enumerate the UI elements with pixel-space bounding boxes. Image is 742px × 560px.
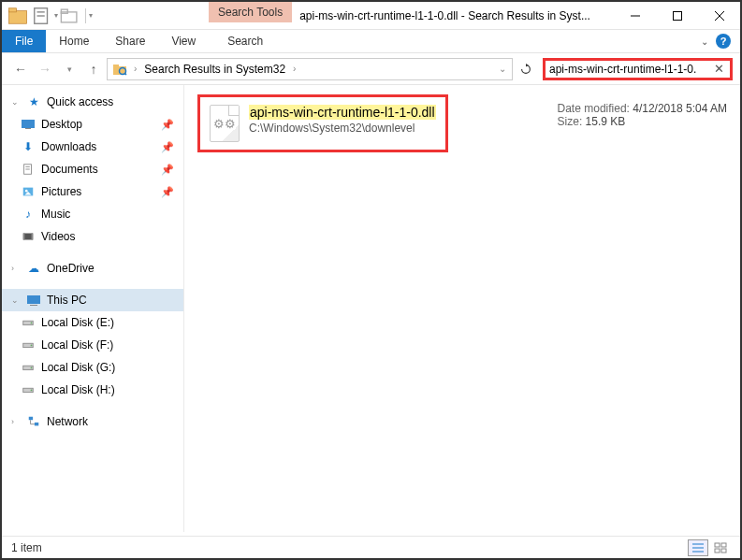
sidebar-item-documents[interactable]: Documents 📌 [2,158,183,180]
nav-back-button[interactable]: ← [9,58,32,80]
pin-icon: 📌 [161,186,174,198]
desktop-icon [21,117,36,132]
view-large-button[interactable] [710,539,731,556]
svg-rect-25 [27,295,40,304]
tab-file[interactable]: File [2,30,46,52]
dll-file-icon: ⚙⚙ [210,105,240,142]
svg-rect-15 [22,120,35,128]
search-clear-icon[interactable]: ✕ [712,62,726,76]
svg-rect-1 [8,7,16,11]
sidebar-item-desktop[interactable]: Desktop 📌 [2,113,183,136]
svg-rect-24 [32,234,34,240]
svg-rect-43 [721,543,726,547]
videos-icon [21,229,36,244]
expand-icon[interactable]: › [11,417,21,426]
ribbon-collapse-icon[interactable]: ⌄ [701,36,708,47]
expand-icon[interactable]: › [11,264,21,273]
context-tab-search: Search Tools [209,2,292,22]
qat-separator [85,8,86,23]
sidebar-item-pictures[interactable]: Pictures 📌 [2,180,183,203]
documents-icon [21,162,36,177]
address-dropdown-icon[interactable]: ⌄ [495,64,510,74]
pin-icon: 📌 [161,164,174,176]
pictures-icon [21,184,36,199]
collapse-icon[interactable]: ⌄ [11,295,21,305]
sidebar-quick-access[interactable]: ⌄ ★ Quick access [2,91,183,113]
drive-icon [21,337,36,352]
cloud-icon: ☁ [26,261,41,276]
tab-view[interactable]: View [158,30,209,52]
sidebar-item-downloads[interactable]: ⬇ Downloads 📌 [2,136,183,158]
downloads-icon: ⬇ [21,139,36,154]
pin-icon: 📌 [161,141,174,153]
new-folder-qat-icon[interactable] [60,6,80,26]
svg-rect-26 [30,305,37,306]
sidebar-item-drive-h[interactable]: Local Disk (H:) [2,379,183,401]
sidebar-item-videos[interactable]: Videos [2,225,183,248]
address-chevron-icon[interactable]: › [130,64,140,74]
address-location[interactable]: Search Results in System32 [140,63,289,76]
svg-point-21 [25,190,28,193]
minimize-button[interactable] [614,2,656,30]
svg-rect-0 [8,10,26,23]
music-icon: ♪ [21,207,36,222]
sidebar-item-drive-f[interactable]: Local Disk (F:) [2,334,183,356]
svg-rect-16 [25,128,31,129]
sidebar-item-music[interactable]: ♪ Music [2,203,183,225]
folder-app-icon [7,6,28,26]
svg-rect-44 [715,549,720,553]
sidebar-network[interactable]: › Network [2,410,183,433]
maximize-button[interactable] [656,2,698,30]
network-icon [26,414,41,429]
results-pane[interactable]: ⚙⚙ api-ms-win-crt-runtime-l1-1-0.dll C:\… [184,85,740,532]
search-query-text: api-ms-win-crt-runtime-l1-1-0. [549,63,712,76]
svg-rect-35 [29,417,33,421]
svg-rect-23 [23,234,25,240]
nav-recent-button[interactable]: ▾ [58,58,80,80]
drive-icon [21,315,36,330]
svg-point-28 [31,323,33,324]
pin-icon: 📌 [161,119,174,131]
result-filename: api-ms-win-crt-runtime-l1-1-0.dll [249,105,436,120]
collapse-icon[interactable]: ⌄ [11,97,21,107]
drive-icon [21,360,36,375]
nav-up-button[interactable]: ↑ [82,58,105,80]
close-button[interactable] [698,2,740,30]
sidebar-item-drive-e[interactable]: Local Disk (E:) [2,311,183,334]
svg-point-34 [31,390,33,392]
star-icon: ★ [26,94,41,109]
sidebar-onedrive[interactable]: › ☁ OneDrive [2,257,183,280]
result-metadata: Date modified: 4/12/2018 5:04 AM Size: 1… [558,102,727,128]
help-icon[interactable]: ? [716,34,731,49]
svg-rect-45 [721,549,726,553]
address-bar[interactable]: › Search Results in System32 › ⌄ [107,58,513,80]
svg-point-32 [31,367,33,369]
search-input[interactable]: api-ms-win-crt-runtime-l1-1-0. ✕ [543,58,733,80]
svg-line-14 [125,73,127,75]
sidebar-item-drive-g[interactable]: Local Disk (G:) [2,356,183,379]
location-folder-icon [111,61,128,78]
computer-icon [26,293,41,308]
svg-rect-42 [715,543,720,547]
window-title: api-ms-win-crt-runtime-l1-1-0.dll - Sear… [292,2,614,29]
properties-qat-icon[interactable] [32,6,52,26]
navigation-pane: ⌄ ★ Quick access Desktop 📌 ⬇ Downloads 📌… [2,85,184,532]
refresh-button[interactable] [515,58,537,80]
svg-point-30 [31,345,33,347]
nav-forward-button[interactable]: → [34,58,56,80]
tab-home[interactable]: Home [46,30,102,52]
search-result-item[interactable]: ⚙⚙ api-ms-win-crt-runtime-l1-1-0.dll C:\… [197,94,448,152]
status-item-count: 1 item [11,541,42,554]
address-chevron-icon[interactable]: › [289,64,299,74]
sidebar-this-pc[interactable]: ⌄ This PC [2,289,183,311]
tab-search[interactable]: Search [214,30,276,52]
drive-icon [21,382,36,397]
result-path: C:\Windows\System32\downlevel [249,122,436,135]
view-details-button[interactable] [688,539,708,556]
svg-rect-12 [113,65,119,67]
svg-rect-36 [35,423,38,426]
svg-rect-8 [673,12,681,21]
tab-share[interactable]: Share [102,30,158,52]
